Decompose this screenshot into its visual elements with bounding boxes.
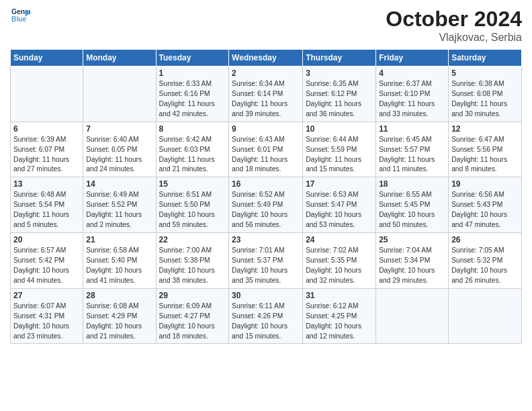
- day-number: 1: [159, 68, 226, 78]
- day-number: 19: [451, 179, 519, 189]
- day-info: Sunrise: 7:04 AM Sunset: 5:34 PM Dayligh…: [379, 246, 445, 286]
- weekday-header-friday: Friday: [376, 50, 449, 66]
- calendar-day-cell: 20Sunrise: 6:57 AM Sunset: 5:42 PM Dayli…: [11, 233, 83, 289]
- calendar-day-cell: 19Sunrise: 6:56 AM Sunset: 5:43 PM Dayli…: [449, 177, 522, 233]
- day-info: Sunrise: 6:35 AM Sunset: 6:12 PM Dayligh…: [306, 79, 373, 120]
- day-info: Sunrise: 6:52 AM Sunset: 5:49 PM Dayligh…: [232, 190, 300, 230]
- day-info: Sunrise: 6:33 AM Sunset: 6:16 PM Dayligh…: [159, 79, 226, 120]
- calendar-week-row: 6Sunrise: 6:39 AM Sunset: 6:07 PM Daylig…: [11, 122, 522, 177]
- calendar-week-row: 27Sunrise: 6:07 AM Sunset: 4:31 PM Dayli…: [11, 288, 522, 344]
- day-number: 4: [379, 68, 445, 78]
- calendar-day-cell: 1Sunrise: 6:33 AM Sunset: 6:16 PM Daylig…: [156, 66, 229, 122]
- day-info: Sunrise: 6:12 AM Sunset: 4:25 PM Dayligh…: [306, 302, 373, 342]
- day-info: Sunrise: 6:38 AM Sunset: 6:08 PM Dayligh…: [451, 79, 519, 120]
- day-info: Sunrise: 6:56 AM Sunset: 5:43 PM Dayligh…: [451, 190, 519, 230]
- calendar-week-row: 20Sunrise: 6:57 AM Sunset: 5:42 PM Dayli…: [11, 233, 522, 289]
- day-number: 22: [159, 235, 226, 244]
- day-info: Sunrise: 7:00 AM Sunset: 5:38 PM Dayligh…: [159, 246, 226, 286]
- location: Vlajkovac, Serbia: [386, 32, 522, 44]
- day-info: Sunrise: 6:08 AM Sunset: 4:29 PM Dayligh…: [86, 302, 152, 342]
- page-header: General Blue October 2024 Vlajkovac, Ser…: [10, 7, 522, 44]
- logo: General Blue: [10, 7, 30, 26]
- month-title: October 2024: [386, 7, 522, 32]
- day-info: Sunrise: 6:34 AM Sunset: 6:14 PM Dayligh…: [232, 79, 300, 120]
- day-number: 18: [379, 179, 445, 189]
- calendar-day-cell: [376, 288, 449, 344]
- calendar-day-cell: [83, 66, 156, 122]
- calendar-day-cell: 14Sunrise: 6:49 AM Sunset: 5:52 PM Dayli…: [83, 177, 156, 233]
- day-number: 12: [451, 124, 519, 134]
- calendar-week-row: 13Sunrise: 6:48 AM Sunset: 5:54 PM Dayli…: [11, 177, 522, 233]
- day-number: 27: [13, 291, 80, 300]
- calendar-day-cell: 15Sunrise: 6:51 AM Sunset: 5:50 PM Dayli…: [156, 177, 229, 233]
- day-number: 6: [13, 124, 80, 134]
- calendar-day-cell: 4Sunrise: 6:37 AM Sunset: 6:10 PM Daylig…: [376, 66, 449, 122]
- day-info: Sunrise: 6:58 AM Sunset: 5:40 PM Dayligh…: [86, 246, 152, 286]
- day-number: 21: [86, 235, 152, 244]
- calendar-day-cell: 17Sunrise: 6:53 AM Sunset: 5:47 PM Dayli…: [303, 177, 376, 233]
- weekday-header-saturday: Saturday: [449, 50, 522, 66]
- day-info: Sunrise: 6:43 AM Sunset: 6:01 PM Dayligh…: [232, 135, 300, 175]
- calendar-day-cell: 5Sunrise: 6:38 AM Sunset: 6:08 PM Daylig…: [449, 66, 522, 122]
- calendar-day-cell: 8Sunrise: 6:42 AM Sunset: 6:03 PM Daylig…: [156, 122, 229, 177]
- day-info: Sunrise: 6:11 AM Sunset: 4:26 PM Dayligh…: [232, 302, 300, 342]
- day-number: 9: [232, 124, 300, 134]
- day-number: 16: [232, 179, 300, 189]
- calendar-table: SundayMondayTuesdayWednesdayThursdayFrid…: [10, 49, 522, 344]
- calendar-day-cell: 3Sunrise: 6:35 AM Sunset: 6:12 PM Daylig…: [303, 66, 376, 122]
- day-info: Sunrise: 6:40 AM Sunset: 6:05 PM Dayligh…: [86, 135, 152, 175]
- main-container: General Blue October 2024 Vlajkovac, Ser…: [0, 0, 532, 351]
- calendar-day-cell: 23Sunrise: 7:01 AM Sunset: 5:37 PM Dayli…: [229, 233, 303, 289]
- calendar-day-cell: 26Sunrise: 7:05 AM Sunset: 5:32 PM Dayli…: [449, 233, 522, 289]
- day-number: 28: [86, 291, 152, 300]
- day-number: 5: [451, 68, 519, 78]
- day-info: Sunrise: 6:48 AM Sunset: 5:54 PM Dayligh…: [13, 190, 80, 230]
- weekday-header-row: SundayMondayTuesdayWednesdayThursdayFrid…: [11, 50, 522, 66]
- weekday-header-tuesday: Tuesday: [156, 50, 229, 66]
- logo-icon: General Blue: [11, 7, 30, 26]
- day-number: 29: [159, 291, 226, 300]
- calendar-day-cell: 24Sunrise: 7:02 AM Sunset: 5:35 PM Dayli…: [303, 233, 376, 289]
- day-info: Sunrise: 6:44 AM Sunset: 5:59 PM Dayligh…: [306, 135, 373, 175]
- calendar-day-cell: [449, 288, 522, 344]
- calendar-day-cell: 11Sunrise: 6:45 AM Sunset: 5:57 PM Dayli…: [376, 122, 449, 177]
- weekday-header-monday: Monday: [83, 50, 156, 66]
- day-info: Sunrise: 6:53 AM Sunset: 5:47 PM Dayligh…: [306, 190, 373, 230]
- calendar-day-cell: 27Sunrise: 6:07 AM Sunset: 4:31 PM Dayli…: [11, 288, 83, 344]
- day-number: 26: [451, 235, 519, 244]
- calendar-day-cell: 28Sunrise: 6:08 AM Sunset: 4:29 PM Dayli…: [83, 288, 156, 344]
- day-number: 31: [306, 291, 373, 300]
- day-info: Sunrise: 6:42 AM Sunset: 6:03 PM Dayligh…: [159, 135, 226, 175]
- calendar-day-cell: 10Sunrise: 6:44 AM Sunset: 5:59 PM Dayli…: [303, 122, 376, 177]
- calendar-week-row: 1Sunrise: 6:33 AM Sunset: 6:16 PM Daylig…: [11, 66, 522, 122]
- weekday-header-sunday: Sunday: [11, 50, 83, 66]
- day-number: 23: [232, 235, 300, 244]
- day-info: Sunrise: 7:01 AM Sunset: 5:37 PM Dayligh…: [232, 246, 300, 286]
- calendar-day-cell: 25Sunrise: 7:04 AM Sunset: 5:34 PM Dayli…: [376, 233, 449, 289]
- day-number: 30: [232, 291, 300, 300]
- day-info: Sunrise: 6:09 AM Sunset: 4:27 PM Dayligh…: [159, 302, 226, 342]
- day-number: 24: [306, 235, 373, 244]
- day-info: Sunrise: 7:05 AM Sunset: 5:32 PM Dayligh…: [451, 246, 519, 286]
- day-number: 10: [306, 124, 373, 134]
- calendar-day-cell: 7Sunrise: 6:40 AM Sunset: 6:05 PM Daylig…: [83, 122, 156, 177]
- day-info: Sunrise: 6:07 AM Sunset: 4:31 PM Dayligh…: [13, 302, 80, 342]
- day-number: 8: [159, 124, 226, 134]
- calendar-day-cell: 31Sunrise: 6:12 AM Sunset: 4:25 PM Dayli…: [303, 288, 376, 344]
- day-info: Sunrise: 6:51 AM Sunset: 5:50 PM Dayligh…: [159, 190, 226, 230]
- day-number: 13: [13, 179, 80, 189]
- svg-text:Blue: Blue: [11, 15, 27, 23]
- day-number: 15: [159, 179, 226, 189]
- day-info: Sunrise: 6:39 AM Sunset: 6:07 PM Dayligh…: [13, 135, 80, 175]
- day-info: Sunrise: 6:47 AM Sunset: 5:56 PM Dayligh…: [451, 135, 519, 175]
- day-info: Sunrise: 6:49 AM Sunset: 5:52 PM Dayligh…: [86, 190, 152, 230]
- day-info: Sunrise: 7:02 AM Sunset: 5:35 PM Dayligh…: [306, 246, 373, 286]
- calendar-day-cell: 21Sunrise: 6:58 AM Sunset: 5:40 PM Dayli…: [83, 233, 156, 289]
- day-info: Sunrise: 6:37 AM Sunset: 6:10 PM Dayligh…: [379, 79, 445, 120]
- calendar-day-cell: 18Sunrise: 6:55 AM Sunset: 5:45 PM Dayli…: [376, 177, 449, 233]
- day-number: 14: [86, 179, 152, 189]
- day-number: 11: [379, 124, 445, 134]
- day-number: 25: [379, 235, 445, 244]
- day-number: 3: [306, 68, 373, 78]
- calendar-day-cell: 13Sunrise: 6:48 AM Sunset: 5:54 PM Dayli…: [11, 177, 83, 233]
